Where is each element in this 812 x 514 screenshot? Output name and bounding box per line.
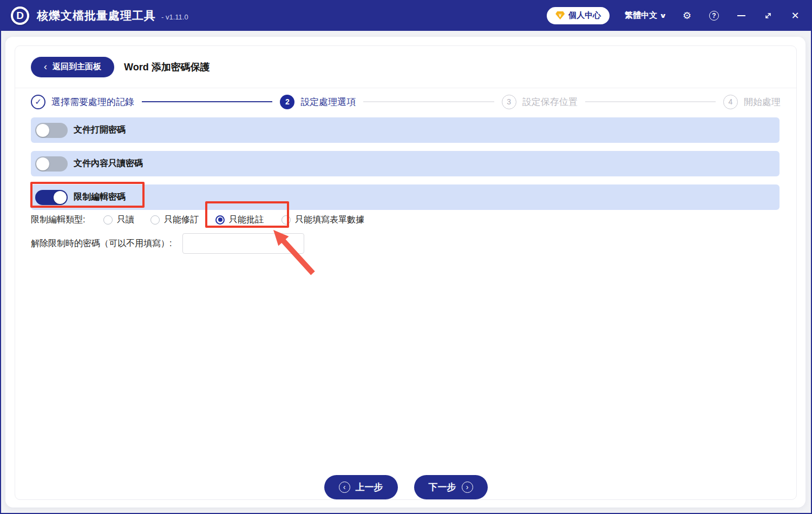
open-password-toggle[interactable] <box>35 123 68 138</box>
help-icon[interactable]: ? <box>708 10 720 22</box>
step-1-select-records: ✓ 選擇需要處理的記錄 <box>31 95 134 109</box>
readonly-password-toggle[interactable] <box>35 156 68 172</box>
toggle-knob <box>36 157 49 170</box>
radio-read-only-label: 只讀 <box>117 214 134 226</box>
next-step-button[interactable]: 下一步 › <box>414 475 488 499</box>
main-card: ‹ 返回到主面板 Word 添加密碼保護 ✓ 選擇需要處理的記錄 2 設定處理選… <box>5 37 806 508</box>
radio-fill-forms-only-label: 只能填寫表單數據 <box>295 214 364 226</box>
app-title: 核爍文檔批量處理工具 <box>37 8 156 23</box>
restrict-edit-password-row: 限制編輯密碼 <box>31 184 780 210</box>
step-1-check-icon: ✓ <box>31 95 45 109</box>
restrict-edit-password-label: 限制編輯密碼 <box>74 192 126 203</box>
restrict-type-label: 限制編輯類型: <box>31 212 85 228</box>
radio-comments-only-label: 只能批註 <box>229 214 264 226</box>
step-indicator: ✓ 選擇需要處理的記錄 2 設定處理選項 3 設定保存位置 <box>31 94 781 110</box>
radio-icon <box>103 215 113 225</box>
step-connector <box>363 101 494 102</box>
unlock-password-input[interactable] <box>182 233 304 254</box>
step-2-set-options: 2 設定處理選項 <box>280 95 356 109</box>
radio-icon <box>281 215 291 225</box>
step-4-number: 4 <box>723 95 738 109</box>
step-3-save-location: 3 設定保存位置 <box>502 95 578 109</box>
previous-step-button[interactable]: ‹ 上一步 <box>324 475 398 499</box>
wizard-footer: ‹ 上一步 下一步 › <box>15 475 796 499</box>
main-panel: ‹ 返回到主面板 Word 添加密碼保護 ✓ 選擇需要處理的記錄 2 設定處理選… <box>15 45 797 500</box>
step-1-label: 選擇需要處理的記錄 <box>51 96 134 108</box>
page-title: Word 添加密碼保護 <box>124 61 210 74</box>
radio-selected-icon <box>215 215 225 225</box>
settings-gear-icon[interactable]: ⚙ <box>681 10 693 22</box>
restrict-edit-password-toggle[interactable] <box>35 190 68 205</box>
radio-comments-only[interactable]: 只能批註 <box>215 212 264 228</box>
back-to-dashboard-button[interactable]: ‹ 返回到主面板 <box>31 57 114 77</box>
restrict-type-row: 限制編輯類型: 只讀 只能修訂 只能批註 <box>15 212 796 228</box>
chevron-left-icon: ‹ <box>44 62 47 71</box>
radio-track-changes-only[interactable]: 只能修訂 <box>150 212 199 228</box>
app-version: - v1.11.0 <box>161 13 188 21</box>
next-step-label: 下一步 <box>429 481 456 493</box>
panel-header: ‹ 返回到主面板 Word 添加密碼保護 <box>15 46 796 88</box>
gem-icon: ∨ <box>555 11 565 19</box>
language-selector[interactable]: 繁體中文 ∨ <box>625 10 666 21</box>
language-label: 繁體中文 <box>625 10 657 21</box>
open-password-label: 文件打開密碼 <box>74 124 126 136</box>
minimize-icon <box>737 15 745 16</box>
app-logo-icon: D <box>11 6 29 25</box>
step-2-number: 2 <box>280 95 294 109</box>
chevron-left-circle-icon: ‹ <box>339 482 350 493</box>
step-2-label: 設定處理選項 <box>300 96 356 108</box>
radio-fill-forms-only[interactable]: 只能填寫表單數據 <box>281 212 364 228</box>
step-3-label: 設定保存位置 <box>522 96 578 108</box>
open-password-row: 文件打開密碼 <box>31 117 780 143</box>
maximize-restore-button[interactable] <box>762 10 774 22</box>
step-4-start-processing: 4 開始處理 <box>723 95 781 109</box>
readonly-password-row: 文件內容只讀密碼 <box>31 151 780 176</box>
radio-read-only[interactable]: 只讀 <box>103 212 134 228</box>
personal-center-label: 個人中心 <box>568 10 601 21</box>
minimize-button[interactable] <box>735 10 747 22</box>
content-background: ‹ 返回到主面板 Word 添加密碼保護 ✓ 選擇需要處理的記錄 2 設定處理選… <box>1 31 811 513</box>
unlock-password-row: 解除限制時的密碼（可以不用填寫）: <box>31 233 304 254</box>
step-4-label: 開始處理 <box>744 96 781 108</box>
toggle-knob <box>54 191 67 204</box>
radio-icon <box>150 215 160 225</box>
help-glyph: ? <box>709 11 719 21</box>
titlebar: D 核爍文檔批量處理工具 - v1.11.0 ∨ 個人中心 繁體中文 ∨ ⚙ ? <box>0 0 812 31</box>
step-connector <box>142 101 272 102</box>
chevron-down-icon: ∨ <box>659 12 667 19</box>
close-button[interactable]: ✕ <box>789 10 801 22</box>
chevron-right-circle-icon: › <box>462 482 473 493</box>
step-3-number: 3 <box>502 95 516 109</box>
toggle-knob <box>36 124 49 137</box>
personal-center-button[interactable]: ∨ 個人中心 <box>547 7 610 24</box>
previous-step-label: 上一步 <box>356 481 383 493</box>
readonly-password-label: 文件內容只讀密碼 <box>74 158 143 169</box>
back-button-label: 返回到主面板 <box>53 62 101 72</box>
step-connector <box>585 101 716 102</box>
radio-track-changes-only-label: 只能修訂 <box>164 214 199 226</box>
app-window: D 核爍文檔批量處理工具 - v1.11.0 ∨ 個人中心 繁體中文 ∨ ⚙ ? <box>0 0 812 514</box>
unlock-password-label: 解除限制時的密碼（可以不用填寫）: <box>31 238 172 249</box>
resize-diagonal-icon <box>764 11 772 20</box>
